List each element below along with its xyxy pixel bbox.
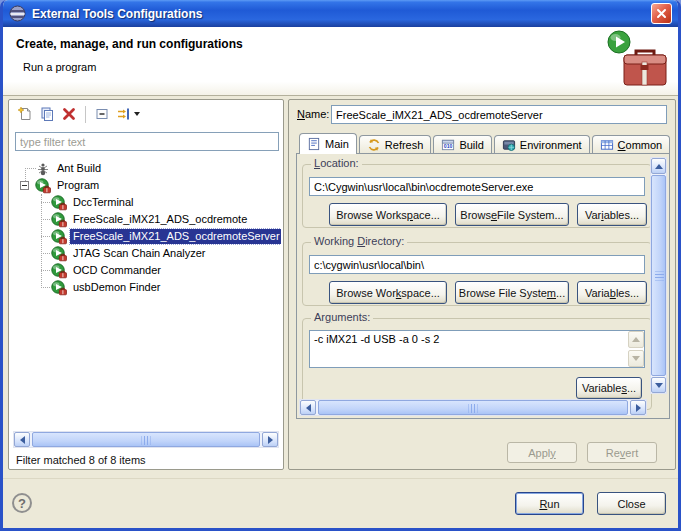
tree-item-ocdremoteserver-selected[interactable]: FreeScale_iMX21_ADS_ocdremoteServer <box>11 228 281 245</box>
filter-input[interactable] <box>15 132 279 151</box>
delete-icon <box>61 106 77 122</box>
tree-item-ant-build[interactable]: Ant Build <box>11 160 281 177</box>
tree-item-ocd-commander[interactable]: OCD Commander <box>11 262 281 279</box>
configuration-tab-folder: Main Refresh 010 <box>296 133 670 419</box>
window-title: External Tools Configurations <box>32 7 651 21</box>
arguments-variables-button[interactable]: Variables... <box>576 377 642 399</box>
tab-environment[interactable]: Environment <box>494 135 590 154</box>
header-title: Create, manage, and run configurations <box>16 37 243 51</box>
delete-configuration-button[interactable] <box>58 103 80 125</box>
program-icon <box>51 229 67 244</box>
location-label: Location: <box>311 157 362 169</box>
tree-item-label: FreeScale_iMX21_ADS_ocdremote <box>70 212 250 227</box>
scroll-right-button[interactable] <box>630 400 646 415</box>
tree-item-label: FreeScale_iMX21_ADS_ocdremoteServer <box>70 229 281 244</box>
new-configuration-button[interactable] <box>14 103 36 125</box>
tree-item-ocdremote[interactable]: FreeScale_iMX21_ADS_ocdremote <box>11 211 281 228</box>
tab-label: Build <box>459 139 483 151</box>
location-variables-button[interactable]: Variables... <box>577 203 647 226</box>
scroll-down-button[interactable] <box>628 350 644 367</box>
program-icon <box>51 212 67 227</box>
apply-button[interactable]: Apply <box>507 442 577 463</box>
close-button[interactable]: Close <box>597 492 666 515</box>
apply-revert-row: Apply Revert <box>289 440 675 464</box>
collapse-expander-icon[interactable] <box>20 181 29 190</box>
workdir-browse-filesystem-button[interactable]: Browse File System... <box>455 281 569 304</box>
workdir-browse-workspace-button[interactable]: Browse Workspace... <box>329 281 447 304</box>
content-vertical-scrollbar[interactable] <box>650 157 667 394</box>
content-horizontal-scrollbar[interactable] <box>299 399 647 416</box>
dialog-header: Create, manage, and run configurations R… <box>3 27 678 96</box>
tree-item-program[interactable]: Program <box>11 177 281 194</box>
location-browse-workspace-button[interactable]: Browse Workspace... <box>329 203 447 226</box>
configurations-toolbar <box>9 100 283 128</box>
scroll-left-button[interactable] <box>300 400 316 415</box>
tab-label: Common <box>618 139 663 151</box>
toolbox-run-icon <box>606 29 670 93</box>
collapse-all-button[interactable] <box>91 103 113 125</box>
svg-text:010: 010 <box>444 143 453 149</box>
scroll-up-button[interactable] <box>651 158 666 174</box>
tab-refresh[interactable]: Refresh <box>359 135 432 154</box>
configurations-tree: Ant Build Program <box>11 156 281 428</box>
scroll-left-button[interactable] <box>14 432 30 447</box>
scroll-up-button[interactable] <box>628 331 644 348</box>
tree-item-jtag-scan-chain-analyzer[interactable]: JTAG Scan Chain Analyzer <box>11 245 281 262</box>
scroll-thumb[interactable] <box>32 432 260 447</box>
tab-label: Refresh <box>385 139 424 151</box>
tree-horizontal-scrollbar[interactable] <box>13 431 279 448</box>
title-bar: External Tools Configurations <box>3 0 678 27</box>
scroll-thumb[interactable] <box>651 175 666 376</box>
build-tab-icon: 010 <box>441 138 455 152</box>
run-button[interactable]: Run <box>515 492 584 515</box>
question-mark-icon: ? <box>18 496 26 511</box>
working-directory-group: Working Directory: Browse Workspace... B… <box>302 242 652 306</box>
location-browse-filesystem-button[interactable]: Browse File System... <box>455 203 569 226</box>
name-input[interactable] <box>331 105 667 124</box>
program-icon <box>51 195 67 210</box>
eclipse-app-icon <box>9 5 26 22</box>
tab-build[interactable]: 010 Build <box>433 135 491 154</box>
filter-configurations-button[interactable] <box>113 103 143 125</box>
ant-icon <box>35 161 51 176</box>
filter-icon <box>116 106 132 122</box>
arguments-group: Arguments: -c iMX21 -d USB -a 0 -s 2 Var… <box>302 318 652 410</box>
arguments-scrollbar <box>628 331 644 367</box>
copy-icon <box>39 106 55 122</box>
tree-item-label: OCD Commander <box>70 263 164 278</box>
common-tab-icon <box>600 138 614 152</box>
environment-tab-icon <box>502 138 516 152</box>
location-input[interactable] <box>309 177 645 196</box>
program-icon <box>51 280 67 295</box>
workdir-variables-button[interactable]: Variables... <box>577 281 647 304</box>
scroll-thumb[interactable] <box>318 400 628 415</box>
working-directory-input[interactable] <box>309 255 645 274</box>
revert-button[interactable]: Revert <box>587 442 657 463</box>
arguments-textarea[interactable]: -c iMX21 -d USB -a 0 -s 2 <box>310 331 628 367</box>
scroll-down-button[interactable] <box>651 377 666 393</box>
dialog-button-bar: ? Run Close <box>3 478 678 528</box>
working-directory-label: Working Directory: <box>311 235 407 247</box>
tree-item-dccterminal[interactable]: DccTerminal <box>11 194 281 211</box>
close-window-button[interactable] <box>651 3 672 24</box>
tab-label: Environment <box>520 139 582 151</box>
scroll-right-button[interactable] <box>262 432 278 447</box>
program-icon <box>51 246 67 261</box>
header-subtitle: Run a program <box>23 61 96 73</box>
tab-main[interactable]: Main <box>299 133 357 154</box>
name-label: Name: <box>297 108 329 120</box>
main-tab-icon <box>307 137 321 151</box>
tree-item-label: JTAG Scan Chain Analyzer <box>70 246 208 261</box>
filter-status-text: Filter matched 8 of 8 items <box>16 454 146 466</box>
external-tools-configurations-dialog: External Tools Configurations Create, ma… <box>0 0 681 531</box>
help-button[interactable]: ? <box>12 493 32 513</box>
configurations-panel: Ant Build Program <box>8 99 284 470</box>
duplicate-configuration-button[interactable] <box>36 103 58 125</box>
tab-label: Main <box>325 138 349 150</box>
tab-strip: Main Refresh 010 <box>296 133 670 154</box>
tree-item-usbdemon-finder[interactable]: usbDemon Finder <box>11 279 281 296</box>
program-icon <box>35 178 51 193</box>
tree-item-label: usbDemon Finder <box>70 280 163 295</box>
filter-dropdown-arrow-icon <box>134 112 140 116</box>
tab-common[interactable]: Common <box>592 135 671 154</box>
